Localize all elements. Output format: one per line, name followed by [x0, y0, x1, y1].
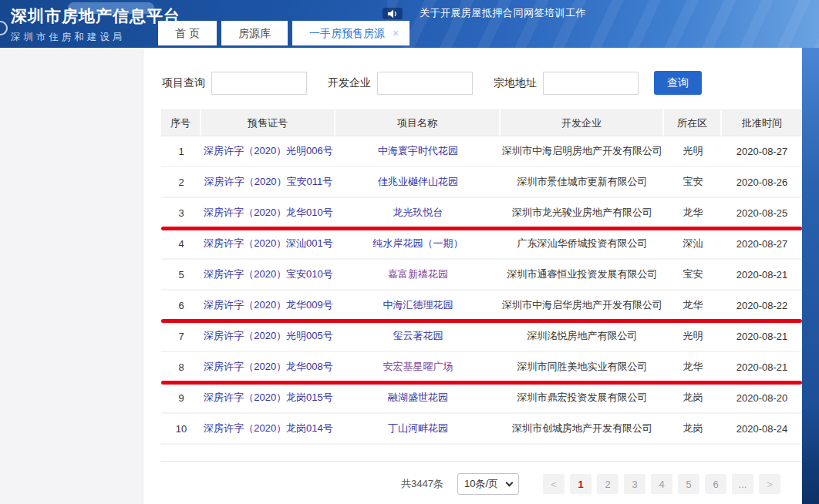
col-header-developer: 开发企业: [501, 110, 664, 136]
row-no: 8: [161, 352, 201, 381]
district: 深汕: [664, 229, 722, 258]
col-header-date: 批准时间: [722, 110, 802, 136]
row-no: 10: [161, 414, 201, 443]
project-link[interactable]: 丁山河畔花园: [335, 414, 501, 443]
cert-link[interactable]: 深房许字（2020）龙岗014号: [201, 414, 335, 443]
table-header-row: 序号 预售证号 项目名称 开发企业 所在区 批准时间: [161, 110, 802, 136]
project-query-label: 项目查询: [162, 76, 205, 90]
chevron-down-icon: [506, 479, 514, 487]
developer-label: 开发企业: [328, 76, 371, 90]
project-link[interactable]: 玺云著花园: [335, 321, 501, 351]
table-row: 5 深房许字（2020）宝安010号 嘉富新禧花园 深圳市通睿恒业投资发展有限公…: [161, 260, 802, 291]
project-link[interactable]: 融湖盛世花园: [335, 383, 501, 412]
col-header-no: 序号: [161, 110, 201, 136]
developer-name: 深圳市中海启明房地产开发有限公司: [501, 136, 664, 166]
developer-name: 深圳市龙光骏业房地产有限公司: [501, 198, 664, 227]
project-link[interactable]: 中海汇德理花园: [335, 291, 501, 320]
district: 龙岗: [664, 414, 722, 443]
search-bar: 项目查询 开发企业 宗地地址 查询: [144, 71, 802, 95]
col-header-cert: 预售证号: [201, 110, 335, 136]
cert-link[interactable]: 深房许字（2020）龙岗015号: [201, 383, 335, 412]
table-row: 1 深房许字（2020）光明006号 中海寰宇时代花园 深圳市中海启明房地产开发…: [161, 136, 802, 167]
notice-link[interactable]: 关于开展房屋抵押合同网签培训工作: [420, 6, 586, 20]
page-button-4[interactable]: 4: [651, 474, 672, 494]
table-row: 2 深房许字（2020）宝安011号 佳兆业樾伴山花园 深圳市景佳城市更新有限公…: [161, 167, 802, 198]
row-no: 6: [161, 291, 201, 320]
developer-name: 广东深汕华侨城投资有限公司: [501, 229, 664, 258]
developer-name: 深圳市景佳城市更新有限公司: [501, 167, 664, 197]
table-row: 8 深房许字（2020）龙华008号 安宏基星曜广场 深圳市同胜美地实业有限公司…: [161, 352, 802, 383]
col-header-project: 项目名称: [335, 110, 501, 136]
cert-link[interactable]: 深房许字（2020）龙华008号: [201, 352, 335, 381]
cert-link[interactable]: 深房许字（2020）光明005号: [201, 321, 335, 351]
table-outer-border: [161, 461, 802, 462]
prev-page-button[interactable]: <: [543, 474, 565, 494]
cert-link[interactable]: 深房许字（2020）龙华010号: [201, 198, 335, 227]
row-no: 3: [161, 198, 201, 227]
project-query-input[interactable]: [211, 72, 307, 95]
cert-link[interactable]: 深房许字（2020）光明006号: [201, 136, 335, 166]
approval-date: 2020-08-27: [722, 229, 802, 258]
speaker-icon: [383, 8, 403, 19]
district: 光明: [664, 136, 722, 166]
logo: 深圳市房地产信息平台 深圳市住房和建设局: [11, 5, 180, 44]
tab-presale-label: 一手房预售房源: [309, 21, 385, 45]
tab-housing-library[interactable]: 房源库: [221, 21, 288, 45]
table-row: 7 深房许字（2020）光明005号 玺云著花园 深圳洺悦房地产有限公司 光明 …: [161, 321, 802, 352]
row-no: 2: [161, 167, 201, 197]
page-button-3[interactable]: 3: [624, 474, 645, 494]
district: 宝安: [664, 167, 722, 197]
project-link[interactable]: 安宏基星曜广场: [335, 352, 501, 381]
district: 龙华: [664, 291, 722, 320]
project-link[interactable]: 嘉富新禧花园: [335, 260, 501, 289]
pagination: 共3447条 10条/页 < 1 2 3 4 5 6 ... >: [161, 473, 802, 495]
next-page-button[interactable]: >: [759, 474, 780, 494]
page-button-1[interactable]: 1: [570, 474, 592, 494]
row-no: 7: [161, 321, 201, 351]
main-content: 项目查询 开发企业 宗地地址 查询 序号 预售证号 项目名称 开发企业 所在区 …: [144, 48, 802, 504]
approval-date: 2020-08-24: [722, 414, 802, 443]
notice-marquee: 关于开展房屋抵押合同网签培训工作: [383, 6, 586, 20]
page-ellipsis-button[interactable]: ...: [732, 474, 753, 494]
col-header-district: 所在区: [664, 110, 722, 136]
nav-tabs: 首 页 房源库 一手房预售房源 ×: [158, 21, 410, 45]
page-button-2[interactable]: 2: [597, 474, 618, 494]
approval-date: 2020-08-21: [722, 260, 802, 289]
tab-presale-housing[interactable]: 一手房预售房源 ×: [292, 21, 410, 45]
developer-name: 深圳市中海启华房地产开发有限公司: [501, 291, 664, 320]
parcel-address-input[interactable]: [543, 72, 639, 95]
page-button-5[interactable]: 5: [678, 474, 699, 494]
table-row: 6 深房许字（2020）龙华009号 中海汇德理花园 深圳市中海启华房地产开发有…: [161, 291, 802, 321]
table-row: 10 深房许字（2020）龙岗014号 丁山河畔花园 深圳市创城房地产开发有限公…: [161, 414, 802, 445]
project-link[interactable]: 纯水岸花园（一期）: [335, 229, 501, 258]
table-row: 4 深房许字（2020）深汕001号 纯水岸花园（一期） 广东深汕华侨城投资有限…: [161, 229, 802, 260]
developer-input[interactable]: [377, 72, 473, 95]
developer-name: 深圳洺悦房地产有限公司: [501, 321, 664, 351]
developer-name: 深圳市通睿恒业投资发展有限公司: [501, 260, 664, 289]
project-link[interactable]: 中海寰宇时代花园: [335, 136, 501, 166]
cert-link[interactable]: 深房许字（2020）宝安011号: [201, 167, 335, 197]
app-header: 深圳市房地产信息平台 深圳市住房和建设局 关于开展房屋抵押合同网签培训工作 首 …: [0, 0, 819, 48]
query-button[interactable]: 查询: [654, 71, 702, 95]
cert-link[interactable]: 深房许字（2020）深汕001号: [201, 229, 335, 258]
developer-name: 深圳市鼎宏投资发展有限公司: [501, 383, 664, 412]
page-button-6[interactable]: 6: [705, 474, 726, 494]
tab-home[interactable]: 首 页: [158, 21, 217, 45]
table-row: 9 深房许字（2020）龙岗015号 融湖盛世花园 深圳市鼎宏投资发展有限公司 …: [161, 383, 802, 414]
app-title: 深圳市房地产信息平台: [11, 5, 180, 27]
cert-link[interactable]: 深房许字（2020）宝安010号: [201, 260, 335, 289]
red-underline: [161, 319, 802, 323]
developer-name: 深圳市同胜美地实业有限公司: [501, 352, 664, 381]
row-no: 5: [161, 260, 201, 289]
table-row: 3 深房许字（2020）龙华010号 龙光玖悦台 深圳市龙光骏业房地产有限公司 …: [161, 198, 802, 229]
red-underline: [161, 381, 802, 385]
developer-name: 深圳市创城房地产开发有限公司: [501, 414, 664, 443]
page-size-select[interactable]: 10条/页: [457, 473, 519, 495]
right-edge-strip: [802, 48, 819, 504]
cert-link[interactable]: 深房许字（2020）龙华009号: [201, 291, 335, 320]
district: 光明: [664, 321, 722, 351]
project-link[interactable]: 佳兆业樾伴山花园: [335, 167, 501, 197]
district: 龙岗: [664, 383, 722, 412]
project-link[interactable]: 龙光玖悦台: [335, 198, 501, 227]
close-icon[interactable]: ×: [393, 28, 399, 39]
